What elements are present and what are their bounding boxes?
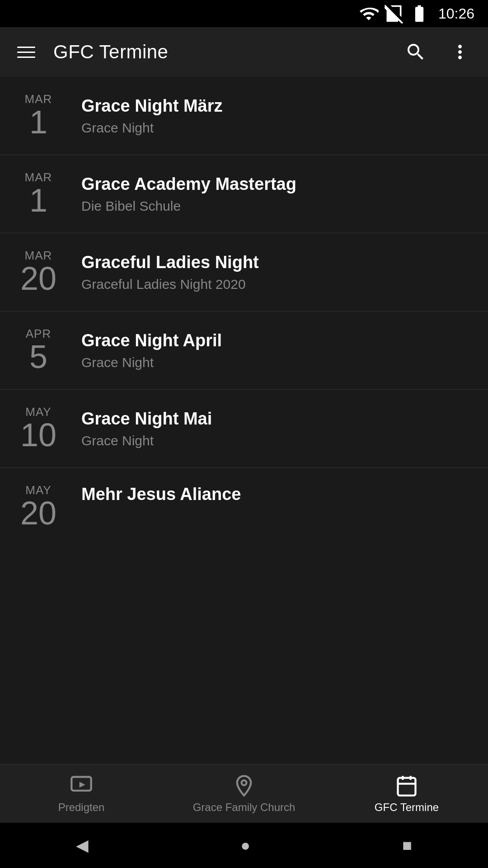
date-day-3: 20 (20, 262, 56, 295)
date-month-6: MAY (25, 484, 51, 496)
event-date-4: APR 5 (14, 328, 63, 373)
event-item-5[interactable]: MAY 10 Grace Night Mai Grace Night (0, 390, 488, 467)
date-day-2: 1 (29, 184, 47, 217)
event-subtitle-2: Die Bibel Schule (81, 198, 474, 214)
menu-button[interactable] (13, 42, 40, 62)
nav-item-gfc-termine[interactable]: GFC Termine (325, 769, 488, 818)
back-button[interactable]: ◀ (71, 831, 93, 859)
recents-button[interactable]: ■ (398, 831, 417, 859)
search-button[interactable] (400, 37, 431, 67)
status-icons: 10:26 (359, 4, 474, 24)
event-date-6: MAY 20 (14, 484, 63, 527)
status-time: 10:26 (438, 5, 474, 22)
event-item-4[interactable]: APR 5 Grace Night April Grace Night (0, 311, 488, 389)
nav-item-predigten[interactable]: Predigten (0, 769, 163, 818)
app-bar: GFC Termine (0, 27, 488, 77)
event-title-5: Grace Night Mai (81, 409, 474, 429)
event-title-6: Mehr Jesus Aliance (81, 484, 474, 505)
event-title-2: Grace Academy Mastertag (81, 174, 474, 195)
home-button[interactable]: ● (236, 831, 255, 859)
more-options-button[interactable] (445, 37, 475, 67)
event-info-5: Grace Night Mai Grace Night (81, 409, 474, 448)
event-date-3: MAR 20 (14, 250, 63, 295)
event-subtitle-3: Graceful Ladies Night 2020 (81, 277, 474, 292)
date-month-3: MAR (25, 250, 52, 261)
event-item-2[interactable]: MAR 1 Grace Academy Mastertag Die Bibel … (0, 155, 488, 233)
grace-family-church-icon (232, 774, 256, 797)
gfc-termine-icon (395, 774, 418, 797)
menu-line-1 (17, 47, 35, 48)
predigten-icon (70, 774, 93, 797)
wifi-icon (359, 4, 379, 24)
event-date-5: MAY 10 (14, 406, 63, 451)
date-day-5: 10 (20, 419, 56, 451)
app-title: GFC Termine (53, 41, 387, 63)
event-item-6[interactable]: MAY 20 Mehr Jesus Aliance (0, 468, 488, 527)
event-item-3[interactable]: MAR 20 Graceful Ladies Night Graceful La… (0, 233, 488, 311)
menu-line-2 (17, 52, 35, 53)
event-info-4: Grace Night April Grace Night (81, 330, 474, 370)
date-month-1: MAR (25, 93, 52, 105)
event-list: MAR 1 Grace Night März Grace Night MAR 1… (0, 77, 488, 527)
event-info-2: Grace Academy Mastertag Die Bibel Schule (81, 174, 474, 214)
nav-label-predigten: Predigten (58, 801, 105, 814)
event-date-1: MAR 1 (14, 93, 63, 138)
nav-label-gfc-termine: GFC Termine (375, 801, 439, 814)
date-month-5: MAY (25, 406, 51, 418)
event-title-4: Grace Night April (81, 330, 474, 351)
menu-line-3 (17, 57, 35, 58)
nav-label-grace-family-church: Grace Family Church (193, 801, 296, 814)
date-day-6: 20 (20, 497, 56, 527)
signal-icon (384, 4, 404, 24)
event-title-3: Graceful Ladies Night (81, 252, 474, 273)
event-subtitle-5: Grace Night (81, 433, 474, 448)
event-date-2: MAR 1 (14, 171, 63, 217)
system-nav-bar: ◀ ● ■ (0, 823, 488, 868)
status-bar: 10:26 (0, 0, 488, 27)
event-subtitle-1: Grace Night (81, 120, 474, 136)
event-subtitle-4: Grace Night (81, 355, 474, 370)
more-icon (449, 41, 471, 63)
date-month-2: MAR (25, 171, 52, 183)
event-info-1: Grace Night März Grace Night (81, 96, 474, 136)
event-info-6: Mehr Jesus Aliance (81, 484, 474, 505)
event-title-1: Grace Night März (81, 96, 474, 117)
date-day-1: 1 (29, 106, 47, 138)
svg-rect-2 (398, 778, 416, 795)
nav-item-grace-family-church[interactable]: Grace Family Church (163, 769, 325, 818)
search-icon (405, 41, 427, 63)
bottom-nav: Predigten Grace Family Church GFC Termin… (0, 764, 488, 823)
event-item-1[interactable]: MAR 1 Grace Night März Grace Night (0, 77, 488, 155)
date-month-4: APR (26, 328, 51, 340)
svg-marker-1 (80, 782, 85, 788)
event-info-3: Graceful Ladies Night Graceful Ladies Ni… (81, 252, 474, 292)
battery-icon (409, 4, 429, 24)
date-day-4: 5 (29, 340, 47, 373)
